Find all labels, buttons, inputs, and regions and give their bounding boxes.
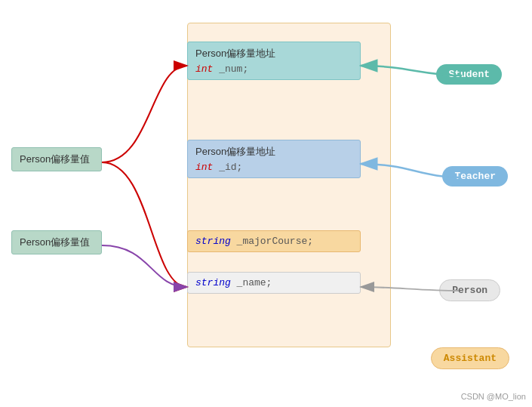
int-keyword-2: int bbox=[195, 162, 213, 173]
major-course-box: string _majorCourse; bbox=[187, 230, 361, 252]
student-person-box: Person偏移量地址 int _num; bbox=[187, 42, 361, 80]
major-course-code: string _majorCourse; bbox=[195, 236, 352, 247]
arrow-left1-to-teal bbox=[102, 66, 187, 162]
left-offset-box-2: Person偏移量值 bbox=[11, 230, 102, 254]
student-person-box-code: int _num; bbox=[195, 63, 352, 75]
num-var: _num; bbox=[213, 63, 248, 75]
name-var: _name; bbox=[231, 277, 272, 288]
arrow-left2-to-white bbox=[102, 245, 187, 287]
string-keyword-1: string bbox=[195, 236, 231, 247]
string-keyword-2: string bbox=[195, 277, 231, 288]
teacher-person-box: Person偏移量地址 int _id; bbox=[187, 140, 361, 178]
watermark: CSDN @MO_lion bbox=[461, 392, 526, 401]
left-offset-box-1: Person偏移量值 bbox=[11, 147, 102, 171]
teacher-person-box-title: Person偏移量地址 bbox=[195, 145, 352, 159]
assistant-pill: Assistant bbox=[431, 347, 509, 369]
student-person-box-title: Person偏移量地址 bbox=[195, 47, 352, 60]
id-var: _id; bbox=[213, 162, 242, 173]
name-box: string _name; bbox=[187, 272, 361, 294]
int-keyword-1: int bbox=[195, 63, 213, 75]
arrow-left1-to-white bbox=[102, 162, 187, 287]
teacher-person-box-code: int _id; bbox=[195, 162, 352, 173]
major-var: _majorCourse; bbox=[231, 236, 313, 247]
diagram-container: Person偏移量地址 int _num; Person偏移量地址 int _i… bbox=[0, 0, 532, 407]
teacher-pill: Teacher bbox=[442, 166, 508, 187]
student-pill: Student bbox=[436, 64, 502, 85]
name-code: string _name; bbox=[195, 277, 352, 288]
person-pill: Person bbox=[439, 279, 500, 301]
